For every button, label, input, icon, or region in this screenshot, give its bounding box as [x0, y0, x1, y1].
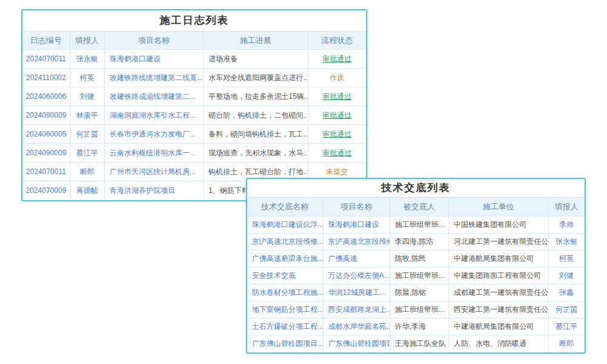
disclosure-name-cell[interactable]: 防水卷材分项工程施...	[247, 285, 323, 302]
project-name-cell[interactable]: 改建铁路线缆增建第二线直...	[104, 69, 203, 87]
unit-cell: 河北建工第一建筑有限责任公司	[449, 234, 548, 251]
reporter-cell[interactable]: 刘健	[548, 268, 585, 285]
log-id-cell[interactable]: 2024090009	[22, 144, 70, 163]
table-row: 2024060006刘健改建铁路成渝线增建第二...平整场地，拉走多余泥土15辆…	[22, 87, 366, 106]
project-name-cell[interactable]: 京沪高速北京段维修	[323, 234, 390, 251]
column-header-reporter: 填报人	[70, 32, 104, 50]
unit-cell: 西安建工第一建筑有限责任公司	[449, 302, 548, 318]
disclosure-name-cell[interactable]: 广东佛山碧桂园项目...	[247, 335, 323, 352]
construction-log-table: 日志编号 填报人 项目名称 施工进展 流程状态 2024070011张永银珠海鹤…	[22, 31, 366, 200]
recipient-cell: 施工班组带班...	[390, 217, 449, 234]
disclosure-name-cell[interactable]: 地下室钢筋分项工程...	[247, 302, 323, 318]
reporter-cell[interactable]: 张永银	[70, 50, 104, 69]
status-cell[interactable]: 审批通过	[308, 125, 366, 144]
table-row: 京沪高速北京段维修...京沪高速北京段维修李四海,陈浩河北建工第一建筑有限责任公…	[247, 234, 585, 251]
column-header-project: 项目名称	[323, 198, 390, 217]
reporter-cell[interactable]: 蔡江平	[70, 144, 104, 163]
unit-cell: 中建集团路面工程有限公司	[449, 268, 548, 285]
reporter-cell[interactable]: 柯英	[548, 251, 585, 268]
progress-cell: 砌台阶，钩机排土，二包砌间...	[203, 106, 308, 125]
recipient-cell: 李四海,陈浩	[390, 234, 449, 251]
log-id-cell[interactable]: 2024070009	[22, 181, 70, 200]
log-id-cell[interactable]: 2024070011	[22, 163, 70, 181]
project-name-cell[interactable]: 改建铁路成渝线增建第二...	[104, 87, 203, 106]
reporter-cell[interactable]: 林康平	[70, 106, 104, 125]
column-header-status: 流程状态	[308, 32, 366, 50]
project-name-cell[interactable]: 珠海鹤港口建设	[104, 50, 203, 69]
progress-cell: 进场准备	[203, 50, 308, 69]
tech-disclosure-table: 技术交底名称 项目名称 被交底人 施工单位 填报人 珠海鹤港口建设抗浮...珠海…	[247, 197, 585, 352]
construction-log-panel: 施工日志列表 日志编号 填报人 项目名称 施工进展 流程状态 202407001…	[21, 9, 367, 201]
reporter-cell[interactable]: 李帅	[548, 217, 585, 234]
log-id-cell[interactable]: 2024060006	[22, 87, 70, 106]
table-row: 防水卷材分项工程施...华润12城房建工...陈晨,陈铭成都建工第一建筑有限责任…	[247, 285, 585, 302]
progress-cell: 平整场地，拉走多余泥土15辆...	[203, 87, 308, 106]
table-row: 2024110002柯英改建铁路线缆增建第二线直...水车对全线遮阳网覆盖点进行…	[22, 69, 366, 87]
log-id-cell[interactable]: 2024110002	[22, 69, 70, 87]
column-header-log-id: 日志编号	[22, 32, 70, 50]
status-cell[interactable]: 审批通过	[308, 106, 366, 125]
recipient-cell: 陈晨,陈铭	[390, 285, 449, 302]
panel-title: 技术交底列表	[247, 179, 585, 197]
project-name-cell[interactable]: 广东佛山碧桂园项目	[323, 335, 390, 352]
reporter-cell[interactable]: 刘健	[70, 87, 104, 106]
reporter-cell[interactable]: 断郎	[70, 163, 104, 181]
table-header-row: 日志编号 填报人 项目名称 施工进展 流程状态	[22, 32, 366, 50]
log-id-cell[interactable]: 2024090009	[22, 106, 70, 125]
unit-cell: 中建港航局集团有限公司	[449, 251, 548, 268]
table-row: 2024090009林康平湖南洞庭湖水库引水工程...砌台阶，钩机排土，二包砌间…	[22, 106, 366, 125]
recipient-cell: 王海施工队全队	[390, 335, 449, 352]
recipient-cell: 许华,李海	[390, 318, 449, 335]
reporter-cell[interactable]: 何芷茵	[548, 302, 585, 318]
status-cell[interactable]: 作废	[308, 69, 366, 87]
reporter-cell[interactable]: 蔡江平	[548, 318, 585, 335]
table-row: 广东佛山碧桂园项目...广东佛山碧桂园项目王海施工队全队人防、水电、消防暖通断郎	[247, 335, 585, 352]
column-header-disclosure-name: 技术交底名称	[247, 198, 323, 217]
recipient-cell: 施工班组带班...	[390, 268, 449, 285]
project-name-cell[interactable]: 成都水岸华庭名苑...	[323, 318, 390, 335]
project-name-cell[interactable]: 万达办公楼左侧A...	[323, 268, 390, 285]
status-cell[interactable]: 审批通过	[308, 144, 366, 163]
progress-cell: 现场巡查，无积水现象，水马...	[203, 144, 308, 163]
project-name-cell[interactable]: 长春市伊通河水力发电厂...	[104, 125, 203, 144]
reporter-cell[interactable]: 何芷茵	[70, 125, 104, 144]
project-name-cell[interactable]: 广州市天河区统计局机房...	[104, 163, 203, 181]
table-row: 土石方爆破分项工程...成都水岸华庭名苑...许华,李海中建港航局集团有限公司蔡…	[247, 318, 585, 335]
table-row: 珠海鹤港口建设抗浮...珠海鹤港口建设施工班组带班...中国铁建集团有限公司李帅	[247, 217, 585, 234]
log-id-cell[interactable]: 2024070011	[22, 50, 70, 69]
project-name-cell[interactable]: 华润12城房建工...	[323, 285, 390, 302]
table-row: 2024060005何芷茵长春市伊通河水力发电厂...备料，砌间墙钩机排土，瓦工…	[22, 125, 366, 144]
log-id-cell[interactable]: 2024060005	[22, 125, 70, 144]
column-header-recipient: 被交底人	[390, 198, 449, 217]
table-row: 地下室钢筋分项工程...西安成都路龙湖上...施工班组带班...西安建工第一建筑…	[247, 302, 585, 318]
unit-cell: 中国铁建集团有限公司	[449, 217, 548, 234]
table-header-row: 技术交底名称 项目名称 被交底人 施工单位 填报人	[247, 198, 585, 217]
status-cell[interactable]: 审批通过	[308, 87, 366, 106]
tech-disclosure-panel: 技术交底列表 技术交底名称 项目名称 被交底人 施工单位 填报人 珠海鹤港口建设…	[246, 178, 586, 354]
table-row: 2024090009蔡江平云南水利枢纽潜明水库一...现场巡查，无积水现象，水马…	[22, 144, 366, 163]
project-name-cell[interactable]: 青海洪湖养护院项目	[104, 181, 203, 200]
recipient-cell: 施工班组带班...	[390, 302, 449, 318]
disclosure-name-cell[interactable]: 珠海鹤港口建设抗浮...	[247, 217, 323, 234]
reporter-cell[interactable]: 蒋德帧	[70, 181, 104, 200]
project-name-cell[interactable]: 广佛高速	[323, 251, 390, 268]
unit-cell: 成都建工第一建筑有限责任公司	[449, 285, 548, 302]
disclosure-name-cell[interactable]: 安全技术交底	[247, 268, 323, 285]
unit-cell: 人防、水电、消防暖通	[449, 335, 548, 352]
table-row: 广佛高速桥梁承台施...广佛高速陈牧,陈民中建港航局集团有限公司柯英	[247, 251, 585, 268]
reporter-cell[interactable]: 柯英	[70, 69, 104, 87]
project-name-cell[interactable]: 珠海鹤港口建设	[323, 217, 390, 234]
reporter-cell[interactable]: 断郎	[548, 335, 585, 352]
project-name-cell[interactable]: 湖南洞庭湖水库引水工程...	[104, 106, 203, 125]
disclosure-name-cell[interactable]: 京沪高速北京段维修...	[247, 234, 323, 251]
recipient-cell: 陈牧,陈民	[390, 251, 449, 268]
progress-cell: 备料，砌间墙钩机排土，瓦工...	[203, 125, 308, 144]
status-cell[interactable]: 审批通过	[308, 50, 366, 69]
project-name-cell[interactable]: 西安成都路龙湖上...	[323, 302, 390, 318]
reporter-cell[interactable]: 张鑫	[548, 285, 585, 302]
table-row: 2024070011张永银珠海鹤港口建设进场准备审批通过	[22, 50, 366, 69]
disclosure-name-cell[interactable]: 广佛高速桥梁承台施...	[247, 251, 323, 268]
reporter-cell[interactable]: 张永银	[548, 234, 585, 251]
disclosure-name-cell[interactable]: 土石方爆破分项工程...	[247, 318, 323, 335]
project-name-cell[interactable]: 云南水利枢纽潜明水库一...	[104, 144, 203, 163]
